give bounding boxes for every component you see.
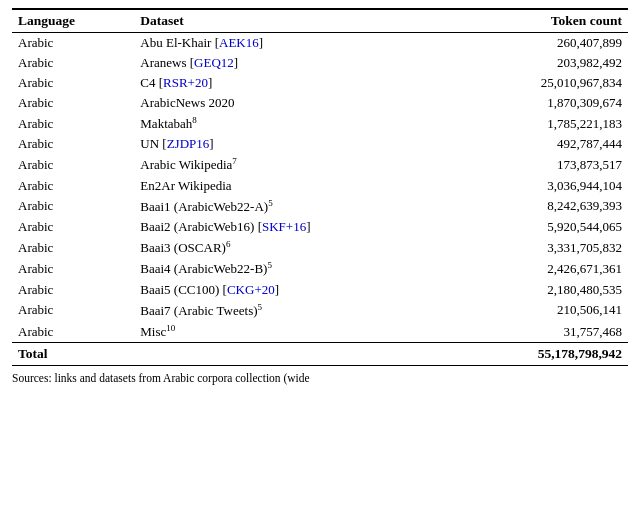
cell-dataset: Baai7 (Arabic Tweets)5 [134,300,457,321]
data-table: Language Dataset Token count ArabicAbu E… [12,8,628,366]
cell-language: Arabic [12,134,134,154]
cell-token-count: 31,757,468 [457,321,628,343]
cell-token-count: 3,036,944,104 [457,176,628,196]
footer-total: 55,178,798,942 [457,343,628,366]
cell-token-count: 1,870,309,674 [457,93,628,113]
cell-language: Arabic [12,217,134,237]
cell-dataset: Baai5 (CC100) [CKG+20] [134,280,457,300]
table-row: ArabicMaktabah81,785,221,183 [12,113,628,134]
col-language: Language [12,9,134,33]
table-row: ArabicBaai5 (CC100) [CKG+20]2,180,480,53… [12,280,628,300]
cell-dataset: Maktabah8 [134,113,457,134]
table-row: ArabicUN [ZJDP16]492,787,444 [12,134,628,154]
table-footer-row: Total 55,178,798,942 [12,343,628,366]
cell-token-count: 5,920,544,065 [457,217,628,237]
cell-language: Arabic [12,53,134,73]
cell-token-count: 492,787,444 [457,134,628,154]
cell-dataset: Baai2 (ArabicWeb16) [SKF+16] [134,217,457,237]
table-row: ArabicBaai2 (ArabicWeb16) [SKF+16]5,920,… [12,217,628,237]
cell-token-count: 260,407,899 [457,33,628,54]
cell-language: Arabic [12,154,134,175]
cell-token-count: 2,180,480,535 [457,280,628,300]
cell-dataset: Baai3 (OSCAR)6 [134,237,457,258]
cell-dataset: Abu El-Khair [AEK16] [134,33,457,54]
table-row: ArabicEn2Ar Wikipedia3,036,944,104 [12,176,628,196]
table-row: ArabicBaai1 (ArabicWeb22-A)58,242,639,39… [12,196,628,217]
cell-dataset: UN [ZJDP16] [134,134,457,154]
cell-language: Arabic [12,237,134,258]
col-token-count: Token count [457,9,628,33]
cell-language: Arabic [12,300,134,321]
cell-dataset: Baai4 (ArabicWeb22-B)5 [134,258,457,279]
cell-language: Arabic [12,321,134,343]
cell-token-count: 2,426,671,361 [457,258,628,279]
cell-dataset: ArabicNews 2020 [134,93,457,113]
cell-dataset: En2Ar Wikipedia [134,176,457,196]
cell-language: Arabic [12,258,134,279]
cell-language: Arabic [12,73,134,93]
table-row: ArabicC4 [RSR+20]25,010,967,834 [12,73,628,93]
table-row: ArabicBaai7 (Arabic Tweets)5210,506,141 [12,300,628,321]
table-row: ArabicAbu El-Khair [AEK16]260,407,899 [12,33,628,54]
cell-dataset: Aranews [GEQ12] [134,53,457,73]
table-row: ArabicBaai3 (OSCAR)63,331,705,832 [12,237,628,258]
cell-language: Arabic [12,196,134,217]
cell-dataset: Misc10 [134,321,457,343]
cell-token-count: 25,010,967,834 [457,73,628,93]
cell-token-count: 3,331,705,832 [457,237,628,258]
cell-language: Arabic [12,33,134,54]
cell-token-count: 203,982,492 [457,53,628,73]
col-dataset: Dataset [134,9,457,33]
footer-label: Total [12,343,134,366]
cell-token-count: 210,506,141 [457,300,628,321]
cell-dataset: Arabic Wikipedia7 [134,154,457,175]
table-row: ArabicBaai4 (ArabicWeb22-B)52,426,671,36… [12,258,628,279]
cell-language: Arabic [12,280,134,300]
cell-language: Arabic [12,176,134,196]
footnote: Sources: links and datasets from Arabic … [12,372,628,384]
table-header-row: Language Dataset Token count [12,9,628,33]
footer-empty [134,343,457,366]
cell-token-count: 8,242,639,393 [457,196,628,217]
table-row: ArabicArabicNews 20201,870,309,674 [12,93,628,113]
cell-dataset: Baai1 (ArabicWeb22-A)5 [134,196,457,217]
table-row: ArabicAranews [GEQ12]203,982,492 [12,53,628,73]
table-row: ArabicMisc1031,757,468 [12,321,628,343]
cell-token-count: 1,785,221,183 [457,113,628,134]
cell-dataset: C4 [RSR+20] [134,73,457,93]
cell-language: Arabic [12,93,134,113]
cell-token-count: 173,873,517 [457,154,628,175]
cell-language: Arabic [12,113,134,134]
table-row: ArabicArabic Wikipedia7173,873,517 [12,154,628,175]
